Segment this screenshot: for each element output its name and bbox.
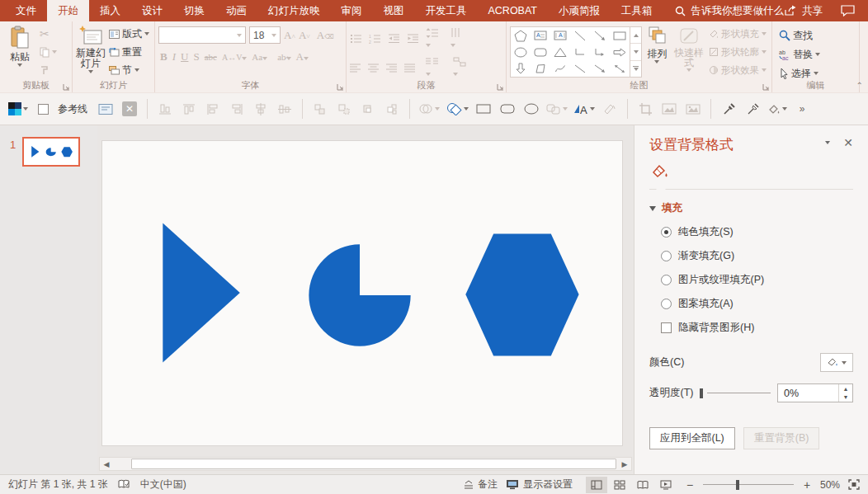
tab-view[interactable]: 视图 bbox=[373, 0, 415, 21]
tab-animations[interactable]: 动画 bbox=[215, 0, 257, 21]
numbering-button[interactable]: 12 bbox=[369, 34, 381, 44]
new-slide-button[interactable]: 新建幻灯片 bbox=[76, 24, 106, 78]
font-color-button[interactable]: A bbox=[296, 50, 309, 64]
quick-styles-dropdown[interactable] bbox=[686, 68, 691, 72]
toolbar-overflow-button[interactable]: » bbox=[793, 98, 811, 120]
guides-checkbox[interactable] bbox=[34, 98, 52, 120]
color-picker-button[interactable] bbox=[820, 353, 853, 372]
tab-developer[interactable]: 开发工具 bbox=[415, 0, 478, 21]
style-brush-button[interactable] bbox=[601, 98, 619, 120]
shape-elbow-connector[interactable] bbox=[570, 44, 590, 60]
shape-double-arrow[interactable] bbox=[610, 60, 630, 77]
shadow-button[interactable]: S bbox=[193, 50, 199, 64]
delete-button[interactable]: ✕ bbox=[120, 98, 139, 120]
shape-effects-button[interactable]: 形状效果 bbox=[707, 62, 768, 78]
tab-toolbox[interactable]: 工具箱 bbox=[611, 0, 663, 21]
pie-shape[interactable] bbox=[309, 244, 410, 346]
shape-oval[interactable] bbox=[511, 44, 531, 60]
hexagon-shape[interactable] bbox=[465, 233, 578, 355]
transparency-step-up[interactable]: ▲ bbox=[839, 384, 852, 393]
notes-toggle[interactable]: 备注 bbox=[464, 478, 498, 492]
radio-pattern-fill[interactable] bbox=[661, 299, 672, 309]
fill-section-header[interactable]: 填充 bbox=[649, 201, 853, 215]
shape-fill-button[interactable]: 形状填充 bbox=[707, 26, 768, 42]
slide-canvas[interactable] bbox=[101, 140, 623, 446]
shape-vertical-text-box[interactable]: A bbox=[550, 27, 570, 44]
copy-button[interactable] bbox=[38, 44, 59, 60]
transparency-slider-thumb[interactable] bbox=[700, 388, 703, 398]
collapse-ribbon-button[interactable]: ⌃ bbox=[856, 81, 863, 90]
insert-rounded-rectangle-button[interactable] bbox=[498, 98, 517, 120]
transparency-slider-track[interactable] bbox=[707, 393, 771, 393]
shape-text-box[interactable]: A bbox=[531, 27, 550, 44]
shape-down-arrow[interactable] bbox=[511, 60, 531, 77]
shape-arrow[interactable] bbox=[590, 27, 610, 44]
shape-scribble[interactable] bbox=[550, 60, 570, 77]
tab-design[interactable]: 设计 bbox=[131, 0, 173, 21]
insert-oval-button[interactable] bbox=[522, 98, 540, 120]
shape-pentagon[interactable] bbox=[511, 27, 531, 44]
tell-me-search[interactable]: 告诉我你想要做什么 bbox=[675, 0, 785, 21]
tab-review[interactable]: 审阅 bbox=[331, 0, 373, 21]
align-right-button[interactable] bbox=[386, 64, 398, 73]
shrink-font-button[interactable]: A˅ bbox=[299, 29, 310, 42]
gallery-scroll-up[interactable] bbox=[630, 27, 641, 44]
shape-arrow-2[interactable] bbox=[590, 60, 610, 77]
tab-insert[interactable]: 插入 bbox=[89, 0, 131, 21]
convert-smartart-button[interactable] bbox=[453, 57, 466, 78]
tab-addin-baoge[interactable]: 小顽简报 bbox=[548, 0, 611, 21]
slide-settings-button[interactable] bbox=[97, 98, 115, 120]
comments-button[interactable] bbox=[841, 5, 855, 16]
shape-outline-button[interactable]: 形状轮廓 bbox=[707, 44, 768, 60]
paste-dropdown[interactable] bbox=[17, 64, 22, 67]
quick-styles-button[interactable]: 快速样式 bbox=[672, 24, 705, 78]
format-painter-button[interactable] bbox=[38, 62, 59, 78]
zoom-in-button[interactable]: + bbox=[802, 478, 812, 492]
picture-export-button[interactable] bbox=[684, 98, 702, 120]
triangle-shape[interactable] bbox=[163, 223, 239, 362]
shape-pair-button[interactable] bbox=[546, 98, 568, 120]
spell-check-icon[interactable] bbox=[118, 479, 130, 490]
view-slideshow-button[interactable] bbox=[655, 477, 677, 493]
find-button[interactable]: 查找 bbox=[777, 27, 822, 44]
radio-picture-fill[interactable] bbox=[661, 275, 672, 285]
option-solid-fill[interactable]: 纯色填充(S) bbox=[661, 225, 853, 239]
strikethrough-button[interactable]: abc bbox=[205, 52, 217, 62]
theme-color-picker[interactable] bbox=[8, 98, 28, 120]
gradient-text-button[interactable]: A bbox=[573, 98, 595, 120]
radio-solid-fill[interactable] bbox=[661, 227, 672, 238]
share-button[interactable]: 共享 bbox=[784, 4, 823, 18]
option-picture-fill[interactable]: 图片或纹理填充(P) bbox=[661, 273, 853, 287]
align-center-button[interactable] bbox=[368, 64, 380, 73]
view-slide-sorter-button[interactable] bbox=[609, 477, 630, 493]
paint-bucket-button[interactable] bbox=[767, 98, 787, 120]
underline-button[interactable]: U bbox=[181, 50, 188, 64]
fill-tab[interactable] bbox=[649, 162, 853, 181]
align-left-objects-button[interactable] bbox=[204, 98, 222, 120]
change-case-button[interactable]: Aa bbox=[252, 52, 267, 62]
font-dialog-launcher[interactable] bbox=[337, 83, 344, 91]
clear-formatting-button[interactable]: A⌫ bbox=[317, 29, 334, 42]
gallery-more-button[interactable] bbox=[630, 61, 641, 77]
arrange-dropdown[interactable] bbox=[654, 60, 659, 64]
new-slide-dropdown[interactable] bbox=[88, 70, 93, 73]
bold-button[interactable]: B bbox=[160, 50, 167, 64]
shape-elbow-arrow-connector[interactable] bbox=[590, 44, 610, 60]
transparency-step-down[interactable]: ▼ bbox=[839, 393, 852, 402]
increase-indent-button[interactable] bbox=[407, 34, 419, 44]
clipboard-dialog-launcher[interactable] bbox=[63, 83, 70, 91]
shape-line[interactable] bbox=[570, 27, 590, 44]
layout-button[interactable]: 版式 bbox=[107, 26, 151, 42]
text-highlight-button[interactable]: ab̷ bbox=[277, 52, 290, 62]
view-reading-button[interactable] bbox=[632, 477, 653, 493]
option-pattern-fill[interactable]: 图案填充(A) bbox=[661, 297, 853, 311]
hide-background-checkbox[interactable] bbox=[661, 322, 672, 333]
slide-editor[interactable]: ◀ ▶ bbox=[97, 125, 634, 474]
panel-menu-dropdown[interactable] bbox=[825, 141, 830, 144]
crop-button[interactable] bbox=[636, 98, 654, 120]
arrange-button[interactable]: 排列 bbox=[642, 24, 672, 78]
radio-gradient-fill[interactable] bbox=[661, 251, 672, 261]
reset-button[interactable]: 重置 bbox=[107, 44, 151, 60]
group-objects-button[interactable] bbox=[311, 98, 329, 120]
shape-line-2[interactable] bbox=[570, 60, 590, 77]
